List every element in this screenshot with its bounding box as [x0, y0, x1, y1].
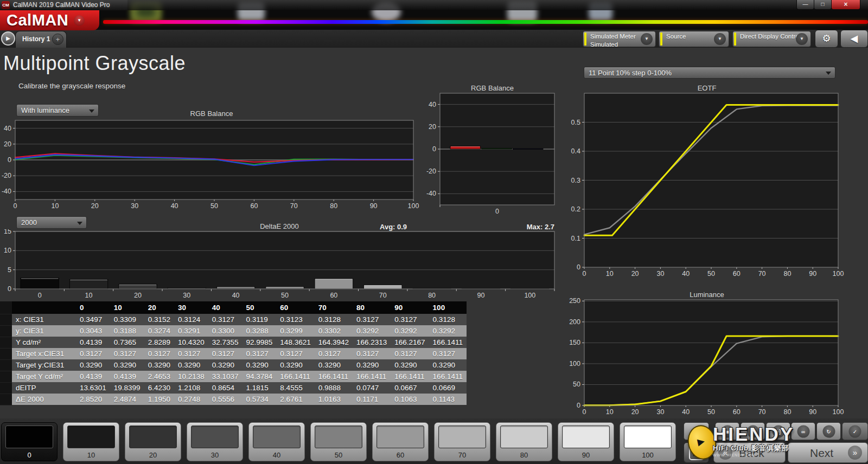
table-cell: 8.4555 [276, 382, 314, 394]
svg-text:0.5: 0.5 [571, 119, 580, 126]
grayscale-patch-10[interactable]: 10 [63, 422, 119, 461]
svg-text:90: 90 [809, 408, 816, 416]
minimize-button[interactable]: — [796, 0, 814, 10]
grayscale-patch-60[interactable]: 60 [372, 422, 429, 461]
patch-label: 20 [125, 451, 181, 459]
table-cell: 0.3292 [391, 325, 429, 337]
svg-text:20: 20 [429, 123, 436, 131]
grayscale-patch-40[interactable]: 40 [248, 422, 305, 461]
table-cell: 0.3290 [242, 359, 277, 371]
svg-text:100: 100 [524, 292, 535, 299]
calman-logo-menu[interactable]: CalMAN ▼ [0, 10, 99, 30]
gear-icon: ⚙ [822, 33, 831, 44]
svg-text:90: 90 [370, 202, 378, 210]
chevron-down-icon[interactable]: ▼ [74, 15, 85, 26]
table-cell: 0.3290 [276, 359, 314, 371]
column-header: 10 [110, 301, 144, 314]
table-cell: 164.3942 [315, 337, 353, 348]
column-header: 80 [353, 301, 391, 314]
svg-text:-40: -40 [2, 188, 11, 195]
column-header: 60 [276, 301, 314, 314]
row-gutter [0, 394, 12, 405]
table-cell: 0.3292 [353, 325, 391, 337]
patch-label: 100 [620, 451, 675, 459]
column-header: 70 [315, 301, 353, 314]
patch-label: 90 [558, 451, 614, 459]
grayscale-patch-20[interactable]: 20 [125, 422, 181, 461]
svg-text:70: 70 [379, 292, 387, 299]
table-cell: 0.3127 [391, 314, 429, 325]
table-cell: 2.8520 [76, 394, 110, 405]
grayscale-patch-100[interactable]: 100 [620, 422, 676, 461]
svg-text:10: 10 [4, 247, 11, 254]
grayscale-patch-70[interactable]: 70 [434, 422, 490, 461]
table-cell: 0.3127 [353, 314, 391, 325]
table-cell: 0.3309 [110, 314, 144, 325]
watermark-url: WWW.HIENDY.COM [713, 453, 794, 457]
grayscale-patch-50[interactable]: 50 [310, 422, 367, 461]
rgb-balance-bar-chart: -40-20020400 [426, 91, 559, 217]
patch-label: 50 [311, 451, 366, 459]
table-row: Target y:CIE310.32900.32900.32900.32900.… [0, 359, 467, 371]
rgb-balance-chart: -40-20020400102030405060708090100 [0, 118, 423, 211]
table-cell: 166.1411 [353, 371, 391, 382]
settings-button[interactable]: ⚙ [815, 30, 838, 48]
patch-swatch [315, 426, 362, 448]
display-control-dropdown[interactable]: Direct Display Control ▼ [732, 31, 811, 47]
patch-swatch [624, 426, 672, 448]
table-cell: 0.3123 [276, 314, 314, 325]
svg-text:100: 100 [569, 360, 580, 368]
svg-text:15: 15 [4, 229, 11, 235]
svg-text:80: 80 [330, 202, 337, 210]
grayscale-patch-30[interactable]: 30 [187, 422, 243, 461]
meter-dropdown[interactable]: Simulated Meter Simulated ▼ [583, 31, 656, 47]
add-tab-button[interactable]: + [52, 34, 63, 45]
svg-text:150: 150 [569, 339, 580, 346]
table-cell: 0.3302 [315, 325, 353, 337]
svg-text:10: 10 [606, 408, 614, 416]
window-titlebar[interactable]: CM CalMAN 2019 CalMAN Video Pro — □ × [0, 0, 868, 10]
table-cell: 0.3300 [208, 325, 242, 337]
table-cell: 0.9888 [315, 382, 353, 394]
svg-text:40: 40 [232, 292, 240, 299]
table-cell: 13.6301 [76, 382, 110, 394]
grayscale-patch-80[interactable]: 80 [496, 422, 552, 461]
svg-text:-20: -20 [2, 172, 11, 179]
svg-text:0.1: 0.1 [571, 235, 580, 242]
table-cell: 0.4139 [76, 337, 110, 348]
table-cell: 1.1815 [242, 382, 277, 394]
table-cell: 0.3290 [208, 359, 242, 371]
table-cell: 32.7355 [208, 337, 242, 348]
column-header: 40 [208, 301, 242, 314]
points-value: 11 Point 10% step 0-100% [589, 69, 672, 77]
svg-text:0: 0 [8, 156, 11, 164]
table-cell: 1.1950 [144, 394, 174, 405]
deltae-chart: 0510150102030405060708090100 [0, 229, 559, 301]
svg-text:30: 30 [656, 408, 664, 416]
patch-label: 30 [187, 451, 242, 459]
source-dropdown[interactable]: Source ▼ [659, 31, 729, 47]
table-cell: 0.3127 [276, 348, 314, 359]
maximize-button[interactable]: □ [814, 0, 832, 10]
table-cell: 0.0669 [429, 382, 467, 394]
svg-text:10: 10 [85, 292, 93, 299]
grayscale-patch-90[interactable]: 90 [558, 422, 614, 461]
table-cell: 0.1171 [353, 394, 391, 405]
table-cell: 0.5734 [242, 394, 277, 405]
table-cell: 0.3127 [315, 348, 353, 359]
collapse-panel-button[interactable]: ◀ [840, 30, 868, 48]
table-cell: 0.2748 [174, 394, 208, 405]
table-cell: 0.3127 [391, 348, 429, 359]
table-cell: 0.5556 [208, 394, 242, 405]
table-cell: 0.3124 [174, 314, 208, 325]
grayscale-patch-0[interactable]: 0 [1, 422, 58, 461]
table-cell: 0.3127 [144, 348, 174, 359]
close-button[interactable]: × [831, 0, 860, 10]
expand-sidebar-button[interactable]: ▶ [1, 31, 15, 46]
yellow-accent [660, 33, 662, 46]
table-cell: 1.2108 [174, 382, 208, 394]
svg-text:0.3: 0.3 [571, 177, 580, 184]
points-select[interactable]: 11 Point 10% step 0-100% [584, 67, 835, 79]
table-cell: 0.0747 [353, 382, 391, 394]
svg-text:40: 40 [682, 408, 690, 416]
